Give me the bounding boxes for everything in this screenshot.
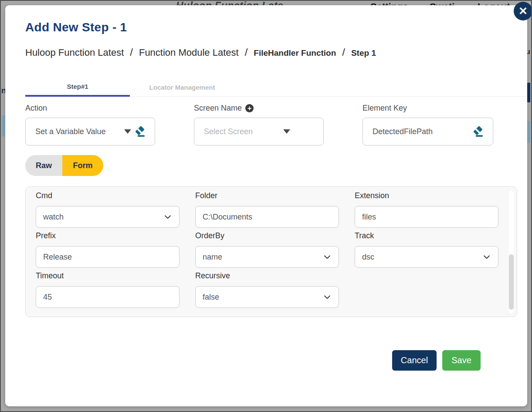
tab-locator-management[interactable]: Locator Management — [130, 78, 234, 97]
breadcrumb-item-filehandler: FileHandler Function — [254, 48, 336, 58]
chevron-down-icon — [482, 253, 491, 261]
cmd-select[interactable]: watch — [36, 206, 180, 228]
orderby-select[interactable]: name — [195, 246, 339, 268]
breadcrumb-item-module: Function Module Latest — [139, 47, 239, 58]
prefix-field-group: Prefix Release — [36, 231, 180, 268]
track-label: Track — [355, 231, 498, 240]
breadcrumb: Huloop Function Latest / Function Module… — [25, 46, 527, 58]
prefix-label: Prefix — [36, 231, 180, 240]
element-key-label: Element Key — [363, 104, 493, 113]
element-key-value: DetectedFilePath — [373, 127, 469, 136]
track-value: dsc — [362, 253, 482, 262]
top-field-labels: Action Set a Variable Value Screen Name … — [25, 104, 527, 145]
recursive-label: Recursive — [195, 271, 339, 280]
form-parameters-panel: Cmd watch Folder C:\Documents Extension … — [25, 186, 517, 317]
track-select[interactable]: dsc — [355, 246, 498, 268]
timeout-value: 45 — [43, 293, 172, 302]
recursive-select[interactable]: false — [195, 286, 339, 308]
action-select-value: Set a Variable Value — [35, 127, 124, 136]
chevron-down-icon — [323, 293, 332, 301]
timeout-label: Timeout — [36, 271, 180, 280]
panel-scrollbar-track[interactable] — [509, 190, 514, 313]
close-icon: ✕ — [518, 5, 528, 17]
action-select[interactable]: Set a Variable Value — [25, 118, 155, 145]
prefix-value: Release — [43, 253, 172, 262]
recursive-value: false — [203, 293, 323, 302]
timeout-field-group: Timeout 45 — [36, 271, 180, 308]
folder-label: Folder — [195, 191, 339, 200]
extension-value: files — [362, 213, 491, 222]
folder-field-group: Folder C:\Documents — [195, 191, 339, 228]
modal-footer: Cancel Save — [25, 350, 527, 371]
modal-title: Add New Step - 1 — [25, 20, 527, 34]
extension-label: Extension — [355, 191, 498, 200]
extension-input[interactable]: files — [355, 206, 498, 228]
recursive-field-group: Recursive false — [195, 271, 339, 308]
breadcrumb-item-step: Step 1 — [351, 48, 376, 58]
screen-name-select[interactable]: Select Screen — [194, 118, 324, 145]
orderby-field-group: OrderBy name — [195, 231, 339, 268]
extension-field-group: Extension files — [355, 191, 498, 228]
breadcrumb-separator: / — [342, 46, 345, 58]
caret-down-icon — [124, 129, 131, 134]
action-label: Action — [25, 104, 155, 113]
panel-scrollbar-thumb[interactable] — [509, 254, 514, 310]
clear-action-icon[interactable] — [134, 125, 147, 138]
cancel-button[interactable]: Cancel — [392, 350, 437, 371]
clear-element-key-icon[interactable] — [472, 125, 485, 138]
cmd-label: Cmd — [36, 191, 180, 200]
close-modal-button[interactable]: ✕ — [514, 2, 532, 20]
add-screen-icon[interactable]: + — [245, 104, 254, 112]
save-button[interactable]: Save — [442, 350, 481, 371]
track-field-group: Track dsc — [355, 231, 498, 268]
cmd-value: watch — [43, 213, 163, 222]
form-toggle-button[interactable]: Form — [62, 155, 103, 176]
caret-down-icon — [283, 129, 290, 134]
page-root: { "background": { "page_title": "Huloop … — [0, 0, 532, 412]
chevron-down-icon — [163, 213, 172, 221]
add-step-modal: Add New Step - 1 Huloop Function Latest … — [5, 5, 527, 406]
orderby-value: name — [203, 253, 323, 262]
element-key-input[interactable]: DetectedFilePath — [363, 118, 493, 145]
raw-form-toggle: Raw Form — [25, 155, 103, 176]
breadcrumb-separator: / — [130, 46, 133, 58]
timeout-input[interactable]: 45 — [36, 286, 180, 308]
breadcrumb-item-function: Huloop Function Latest — [25, 47, 124, 58]
breadcrumb-separator: / — [245, 46, 248, 58]
orderby-label: OrderBy — [195, 231, 339, 240]
folder-input[interactable]: C:\Documents — [195, 206, 339, 228]
cmd-field-group: Cmd watch — [36, 191, 180, 228]
tab-step-1[interactable]: Step#1 — [25, 78, 130, 97]
modal-tabs: Step#1 Locator Management — [25, 78, 527, 97]
screen-name-label: Screen Name + — [194, 104, 324, 113]
screen-name-placeholder: Select Screen — [204, 127, 283, 136]
chevron-down-icon — [323, 253, 332, 261]
folder-value: C:\Documents — [203, 213, 332, 222]
raw-toggle-button[interactable]: Raw — [25, 155, 62, 176]
prefix-input[interactable]: Release — [36, 246, 180, 268]
